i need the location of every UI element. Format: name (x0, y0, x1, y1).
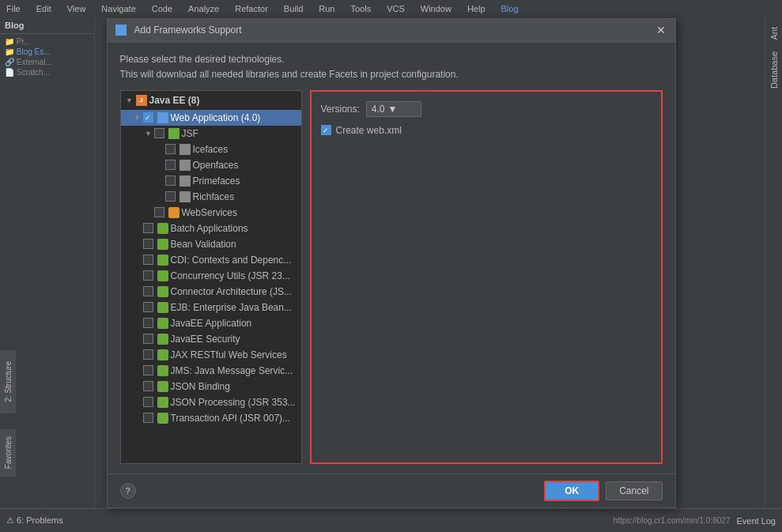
openfaces-item[interactable]: ▶ Openfaces (121, 157, 301, 173)
primefaces-checkbox[interactable] (165, 175, 176, 186)
menu-item-analyze[interactable]: Analyze (185, 2, 222, 15)
connector-checkbox[interactable] (143, 286, 153, 296)
cdi-label: CDI: Contexts and Depenc... (171, 255, 292, 266)
concurrency-icon (157, 270, 169, 282)
bean-validation-label: Bean Validation (171, 239, 236, 250)
ejb-checkbox[interactable] (143, 302, 153, 312)
menu-item-file[interactable]: File (3, 2, 24, 15)
batch-icon (157, 222, 169, 235)
cdi-checkbox[interactable] (143, 255, 153, 265)
json-binding-checkbox[interactable] (143, 381, 153, 391)
menu-bar: File Edit View Navigate Code Analyze Ref… (0, 0, 782, 17)
bean-validation-item[interactable]: ▶ Bean Validation (121, 236, 301, 252)
dialog-desc-line2: This will download all needed libraries … (120, 67, 663, 82)
jsf-label: JSF (182, 128, 198, 139)
menu-item-code[interactable]: Code (149, 2, 176, 15)
menu-item-tools[interactable]: Tools (347, 2, 374, 15)
json-processing-item[interactable]: ▶ JSON Processing (JSR 353... (121, 394, 301, 410)
ejb-label: EJB: Enterprise Java Bean... (171, 302, 292, 313)
menu-item-view[interactable]: View (64, 2, 89, 15)
java-ee-label: Java EE (8) (149, 95, 200, 106)
menu-item-edit[interactable]: Edit (33, 2, 55, 15)
json-processing-icon (157, 396, 169, 409)
icefaces-item[interactable]: ▶ Icefaces (121, 141, 301, 157)
create-webxml-label: Create web.xml (336, 125, 402, 136)
primefaces-item[interactable]: ▶ Primefaces (121, 173, 301, 189)
jax-restful-item[interactable]: ▶ JAX RESTful Web Services (121, 347, 301, 363)
menu-item-refactor[interactable]: Refactor (232, 2, 271, 15)
json-processing-checkbox[interactable] (143, 397, 153, 407)
ok-button[interactable]: OK (544, 481, 599, 501)
add-frameworks-dialog: Add Frameworks Support ✕ Please select t… (107, 18, 676, 508)
json-binding-item[interactable]: ▶ JSON Binding (121, 379, 301, 394)
java-ee-expand[interactable]: ▼ (126, 96, 134, 104)
menu-item-blog[interactable]: Blog (498, 2, 522, 15)
menu-item-vcs[interactable]: VCS (383, 2, 408, 15)
menu-item-run[interactable]: Run (315, 2, 338, 15)
javaee-app-icon (157, 317, 169, 330)
jsf-item[interactable]: ▼ JSF (121, 126, 301, 141)
problems-label[interactable]: ⚠ 6: Problems (6, 515, 63, 526)
jax-restful-icon (157, 349, 169, 361)
connector-label: Connector Architecture (JS... (171, 286, 292, 297)
concurrency-label: Concurrency Utils (JSR 23... (171, 270, 290, 281)
jsf-icon (168, 127, 180, 140)
connector-architecture-item[interactable]: ▶ Connector Architecture (JS... (121, 284, 301, 300)
jax-restful-checkbox[interactable] (143, 349, 153, 360)
icefaces-checkbox[interactable] (165, 144, 176, 154)
java-ee-header: ▼ J Java EE (8) (121, 91, 301, 110)
jsf-expand[interactable]: ▼ (145, 130, 153, 138)
event-log-label[interactable]: Event Log (736, 516, 776, 526)
concurrency-item[interactable]: ▶ Concurrency Utils (JSR 23... (121, 268, 301, 284)
webservices-item[interactable]: ▶ WebServices (121, 205, 301, 221)
ejb-item[interactable]: ▶ EJB: Enterprise Java Bean... (121, 300, 301, 315)
richfaces-checkbox[interactable] (165, 191, 176, 202)
web-application-item[interactable]: ▼ ✓ Web Application (4.0) (121, 110, 301, 126)
version-label: Versions: (321, 104, 360, 115)
menu-item-build[interactable]: Build (281, 2, 306, 15)
connector-icon (157, 285, 169, 298)
webservices-checkbox[interactable] (154, 207, 164, 217)
dialog-close-button[interactable]: ✕ (655, 24, 667, 36)
web-app-label: Web Application (4.0) (171, 112, 261, 123)
transaction-api-item[interactable]: ▶ Transaction API (JSR 007)... (121, 410, 301, 426)
dialog-titlebar: Add Frameworks Support ✕ (108, 19, 675, 43)
jms-item[interactable]: ▶ JMS: Java Message Servic... (121, 363, 301, 379)
richfaces-icon (179, 191, 191, 203)
concurrency-checkbox[interactable] (143, 270, 153, 281)
batch-checkbox[interactable] (143, 223, 153, 233)
cancel-button[interactable]: Cancel (606, 481, 662, 500)
web-app-expand[interactable]: ▼ (134, 114, 142, 122)
javaee-app-label: JavaEE Application (171, 318, 252, 329)
icefaces-icon (179, 143, 191, 156)
bean-validation-checkbox[interactable] (143, 239, 153, 249)
jms-checkbox[interactable] (143, 365, 153, 375)
help-button[interactable]: ? (120, 483, 136, 499)
ejb-icon (157, 301, 169, 314)
openfaces-checkbox[interactable] (165, 160, 176, 170)
batch-applications-item[interactable]: ▶ Batch Applications (121, 221, 301, 236)
web-app-checkbox[interactable]: ✓ (143, 112, 153, 123)
bean-validation-icon (157, 238, 169, 251)
dialog-body: ▼ J Java EE (8) ▼ ✓ Web Application ( (120, 90, 663, 464)
richfaces-item[interactable]: ▶ Richfaces (121, 189, 301, 205)
javaee-app-item[interactable]: ▶ JavaEE Application (121, 315, 301, 331)
version-select[interactable]: 4.0 ▼ (366, 101, 421, 117)
config-panel: Versions: 4.0 ▼ ✓ Create web.xml (310, 90, 663, 464)
menu-item-navigate[interactable]: Navigate (98, 2, 138, 15)
java-ee-icon: J (135, 94, 148, 107)
bottom-bar: ⚠ 6: Problems https://blog.cr1.com/min/1… (0, 508, 782, 532)
menu-item-window[interactable]: Window (417, 2, 455, 15)
url-label: https://blog.cr1.com/min/1.0:8027 (614, 516, 731, 525)
cdi-item[interactable]: ▶ CDI: Contexts and Depenc... (121, 252, 301, 268)
javaee-app-checkbox[interactable] (143, 318, 153, 328)
dialog-description: Please select the desired technologies. … (120, 52, 663, 82)
version-dropdown-arrow: ▼ (388, 104, 398, 115)
transaction-api-checkbox[interactable] (143, 413, 153, 423)
create-webxml-checkbox[interactable]: ✓ (321, 125, 331, 135)
jsf-checkbox[interactable] (154, 128, 164, 138)
javaee-security-item[interactable]: ▶ JavaEE Security (121, 331, 301, 347)
web-app-icon (157, 111, 169, 124)
javaee-security-checkbox[interactable] (143, 334, 153, 344)
menu-item-help[interactable]: Help (464, 2, 489, 15)
